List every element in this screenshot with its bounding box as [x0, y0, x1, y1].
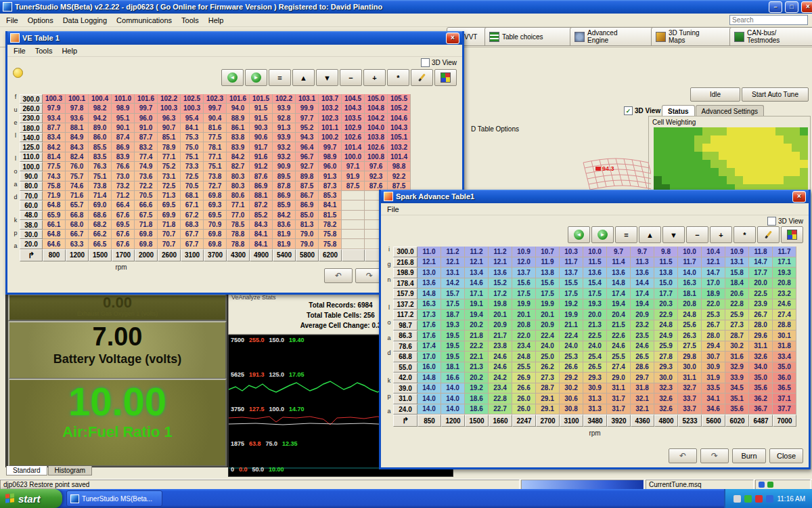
ve-cell[interactable]: 73.0: [112, 171, 135, 181]
ve-cell[interactable]: 97.9: [43, 104, 66, 113]
ve-cell[interactable]: 98.9: [112, 104, 135, 113]
spark-redo-button[interactable]: ↷: [700, 448, 729, 463]
ve-cell[interactable]: 87.5: [296, 182, 319, 191]
spark-cell[interactable]: 24.8: [512, 352, 536, 362]
ve-cell[interactable]: 101.4: [342, 142, 365, 152]
ve-menu-file[interactable]: File: [9, 46, 30, 56]
spark-cell[interactable]: 11.8: [749, 247, 773, 257]
ve-undo-circle-icon[interactable]: ◄: [221, 69, 244, 86]
spark-cell[interactable]: 26.6: [560, 362, 583, 373]
ve-cell[interactable]: 80.3: [227, 171, 250, 181]
ve-equals-icon[interactable]: =: [269, 69, 291, 86]
spark-equals-icon[interactable]: =: [615, 226, 637, 243]
spark-cell[interactable]: 31.8: [631, 383, 654, 394]
ve-cell[interactable]: 98.9: [319, 152, 342, 162]
ve-cell[interactable]: 82.4: [66, 152, 89, 162]
ve-cell[interactable]: 103.5: [342, 114, 365, 123]
spark-cell[interactable]: 14.7: [749, 257, 773, 268]
spark-cell[interactable]: 30.1: [773, 331, 796, 341]
spark-close-button[interactable]: Close: [769, 448, 803, 463]
ve-cell[interactable]: 69.3: [204, 200, 227, 210]
spark-cell[interactable]: 23.9: [749, 299, 773, 310]
ve-cell[interactable]: 86.0: [89, 133, 112, 142]
ve-cell[interactable]: 95.2: [296, 123, 319, 133]
spark-cell[interactable]: 24.8: [654, 320, 678, 331]
spark-cell[interactable]: 22.4: [560, 331, 583, 341]
ve-cell[interactable]: 69.8: [204, 239, 227, 249]
ve-cell[interactable]: 84.2: [43, 142, 66, 152]
hint-smiley-icon[interactable]: [13, 68, 23, 78]
menu-tools[interactable]: Tools: [177, 16, 204, 25]
ve-cell[interactable]: 73.3: [181, 162, 204, 171]
spark-cell[interactable]: 17.4: [418, 341, 441, 352]
ve-cell[interactable]: 102.3: [204, 94, 227, 104]
spark-cell[interactable]: 20.1: [512, 310, 536, 320]
spark-cell[interactable]: 37.7: [773, 404, 796, 415]
spark-cell[interactable]: 12.1: [418, 257, 441, 268]
ve-cell[interactable]: 85.1: [158, 133, 181, 142]
spark-cell[interactable]: 17.7: [749, 268, 773, 278]
spark-cell[interactable]: 13.6: [607, 268, 631, 278]
spark-cell[interactable]: 28.7: [536, 383, 560, 394]
spark-cell[interactable]: 26.7: [749, 310, 773, 320]
spark-cell[interactable]: 22.0: [512, 331, 536, 341]
spark-cell[interactable]: 9.7: [607, 247, 631, 257]
spark-cell[interactable]: 35.1: [725, 394, 749, 404]
ve-cell[interactable]: 100.3: [158, 104, 181, 113]
ve-cell[interactable]: 76.6: [112, 162, 135, 171]
spark-cell[interactable]: 19.2: [465, 383, 489, 394]
ve-cell[interactable]: 75.1: [204, 162, 227, 171]
spark-cell[interactable]: 27.4: [773, 310, 796, 320]
ve-cell[interactable]: 81.5: [319, 211, 342, 220]
ve-cell[interactable]: 96.4: [296, 142, 319, 152]
ve-cell[interactable]: 69.8: [135, 230, 158, 239]
spark-cell[interactable]: 34.5: [725, 383, 749, 394]
spark-close-icon[interactable]: ×: [792, 191, 806, 203]
spark-cell[interactable]: 11.3: [631, 257, 654, 268]
close-button[interactable]: ×: [801, 1, 812, 13]
spark-cell[interactable]: 29.0: [607, 373, 631, 383]
ve-cell[interactable]: 83.9: [112, 152, 135, 162]
ve-cell[interactable]: 100.2: [319, 133, 342, 142]
ve-cell[interactable]: 66.6: [135, 200, 158, 210]
ve-cell[interactable]: 70.7: [158, 239, 181, 249]
toolbar-tab-table-choices[interactable]: Table choices: [484, 27, 577, 46]
ve-cell[interactable]: 66.8: [66, 211, 89, 220]
spark-cell[interactable]: 23.5: [631, 331, 654, 341]
spark-cell[interactable]: 29.3: [583, 373, 607, 383]
spark-cell[interactable]: 14.8: [607, 278, 631, 289]
ve-cell[interactable]: 64.8: [43, 200, 66, 210]
ve-cell[interactable]: 75.7: [66, 171, 89, 181]
ve-cell[interactable]: 92.2: [388, 171, 411, 181]
spark-cell[interactable]: 20.4: [607, 310, 631, 320]
ve-cell[interactable]: 95.4: [181, 114, 204, 123]
spark-cell[interactable]: 30.8: [560, 404, 583, 415]
ve-cell[interactable]: 82.7: [227, 162, 250, 171]
ve-cell[interactable]: 81.9: [273, 239, 296, 249]
ve-cell[interactable]: 79.0: [296, 230, 319, 239]
ve-cell[interactable]: 90.7: [158, 123, 181, 133]
ve-cell[interactable]: 88.1: [250, 191, 273, 200]
spark-cell[interactable]: 36.7: [749, 404, 773, 415]
spark-cell[interactable]: 20.8: [773, 278, 796, 289]
menu-options[interactable]: Options: [23, 16, 58, 25]
ve-star-icon[interactable]: *: [387, 69, 409, 86]
start-auto-tune-button[interactable]: Start Auto Tune: [742, 87, 809, 102]
spark-cell[interactable]: 17.0: [702, 278, 725, 289]
ve-cell[interactable]: 84.1: [250, 230, 273, 239]
spark-cell[interactable]: 26.9: [512, 373, 536, 383]
spark-cell[interactable]: 24.2: [489, 373, 512, 383]
ve-cell[interactable]: 101.5: [250, 94, 273, 104]
spark-star-icon[interactable]: *: [734, 226, 756, 243]
spark-cell[interactable]: 17.2: [489, 289, 512, 299]
spark-cell[interactable]: 25.5: [607, 352, 631, 362]
ve-cell[interactable]: 71.8: [158, 220, 181, 230]
spark-cell[interactable]: 14.0: [418, 383, 441, 394]
spark-cell[interactable]: 13.7: [560, 268, 583, 278]
ve-cell[interactable]: 103.2: [319, 104, 342, 113]
spark-cell[interactable]: 11.7: [773, 247, 796, 257]
ve-cell[interactable]: 102.9: [342, 123, 365, 133]
spark-cell[interactable]: 13.8: [654, 268, 678, 278]
ve-close-icon[interactable]: ×: [446, 33, 459, 44]
spark-undo-button[interactable]: ↶: [669, 448, 697, 463]
